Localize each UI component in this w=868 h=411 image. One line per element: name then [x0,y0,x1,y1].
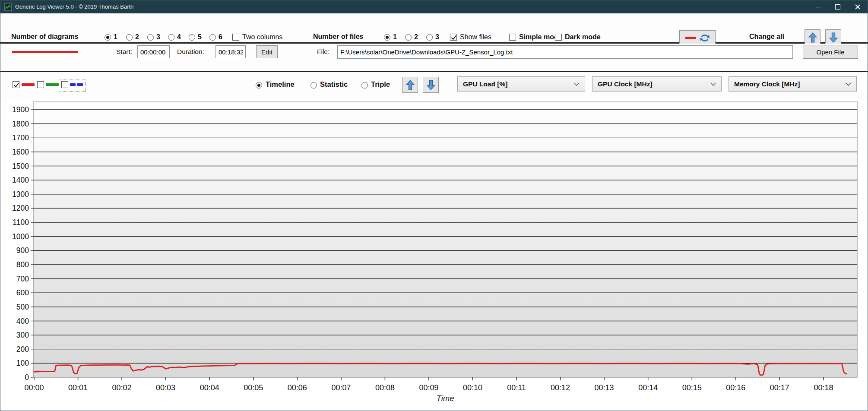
signal2-dropdown-value: GPU Clock [MHz] [598,80,653,88]
minimize-button[interactable] [808,0,828,13]
files-radio-1-label[interactable]: 1 [393,33,397,41]
edit-button-label: Edit [261,48,272,56]
x-tick-label: 00:11 [507,383,526,392]
minimize-icon [816,7,820,7]
y-tick-label: 300 [16,331,29,339]
y-tick-label: 1500 [12,162,29,171]
change-all-down-button[interactable] [825,29,841,45]
maximize-icon [835,4,840,9]
two-columns-label[interactable]: Two columns [242,33,282,41]
view-radio-triple-label[interactable]: Triple [371,80,390,89]
plot-background [33,102,857,377]
x-tick-label: 00:16 [726,383,745,392]
x-tick-label: 00:03 [156,383,175,392]
x-tick-label: 00:14 [638,383,658,392]
signal3-dropdown-value: Memory Clock [MHz] [734,80,800,88]
arrow-down-icon [426,80,436,90]
x-tick-label: 00:17 [770,383,789,392]
diagrams-radio-6-label[interactable]: 6 [219,33,222,41]
files-radio-3-label[interactable]: 3 [435,33,439,41]
diagram-move-down-button[interactable] [423,77,439,93]
files-radio-3[interactable] [426,34,433,41]
y-tick-label: 1700 [12,133,29,142]
x-tick-label: 00:00 [24,383,44,392]
y-tick-label: 900 [16,246,29,255]
dark-mode-checkbox[interactable] [555,34,562,41]
y-tick-label: 1800 [12,120,29,128]
x-tick-label: 00:10 [463,383,482,392]
view-radio-statistic-label[interactable]: Statistic [320,80,348,89]
diagram-move-up-button[interactable] [402,77,418,93]
diagrams-radio-1[interactable] [105,34,111,41]
files-radio-2[interactable] [405,34,412,41]
series3-color-line-dashed [70,83,83,86]
files-radio-2-label[interactable]: 2 [414,33,418,41]
check-icon [450,34,457,41]
dark-mode-label[interactable]: Dark mode [565,33,601,41]
diagrams-radio-2-label[interactable]: 2 [135,33,139,41]
y-tick-label: 400 [16,317,29,326]
diagrams-radio-6[interactable] [209,34,216,41]
chevron-down-icon [710,82,716,86]
file-path-input[interactable] [337,45,793,59]
close-icon [855,4,860,9]
window-title: Generic Log Viewer 5.0 - © 2019 Thomas B… [15,0,133,13]
diagrams-radio-5[interactable] [189,34,195,41]
series-toolbar: ↓ 14 570 1250 Ø 88,56 1821 1725 ↑ 98 Tim… [0,72,868,99]
diagrams-radio-2[interactable] [126,34,133,41]
maximize-button[interactable] [828,0,848,13]
check-icon [13,82,20,89]
diagrams-radio-3[interactable] [147,34,154,41]
y-tick-label: 500 [16,303,29,311]
series1-color-line [22,83,35,86]
files-radio-1[interactable] [384,34,390,41]
close-button[interactable] [848,0,868,13]
y-tick-label: 1000 [12,232,29,241]
y-tick-label: 1300 [12,190,29,199]
x-tick-label: 00:09 [419,383,438,392]
diagrams-radio-4[interactable] [168,34,174,41]
show-files-label[interactable]: Show files [460,33,491,41]
series1-checkbox[interactable] [13,81,19,88]
diagrams-radio-3-label[interactable]: 3 [156,33,160,41]
diagrams-radio-4-label[interactable]: 4 [177,33,181,41]
signal2-dropdown[interactable]: GPU Clock [MHz] [592,76,722,92]
signal3-dropdown[interactable]: Memory Clock [MHz] [729,76,857,92]
series3-checkbox[interactable] [61,81,68,88]
view-radio-timeline-label[interactable]: Timeline [266,80,295,89]
diagrams-label: Number of diagrams [11,33,79,41]
x-tick-label: 00:06 [288,383,307,392]
start-input[interactable] [137,45,170,58]
y-tick-label: 1200 [12,204,29,212]
titlebar: Generic Log Viewer 5.0 - © 2019 Thomas B… [0,0,868,13]
change-all-up-button[interactable] [805,29,820,45]
series2-checkbox[interactable] [37,81,44,88]
chevron-down-icon [846,82,851,86]
timeline-chart[interactable]: 0100200300400500600700800900100011001200… [0,99,868,411]
diagrams-radio-1-label[interactable]: 1 [114,33,117,41]
y-tick-label: 1900 [12,105,29,114]
file-toolbar: Start: Duration: Edit File: Open File [0,44,868,72]
file-legend-line [12,51,78,53]
reset-line-style-button[interactable] [679,30,716,45]
view-radio-statistic[interactable] [310,82,317,89]
diagrams-radio-5-label[interactable]: 5 [198,33,202,41]
view-radio-timeline[interactable] [256,82,262,89]
simple-mode-checkbox[interactable] [509,34,516,41]
y-tick-label: 1400 [12,176,29,184]
open-file-button[interactable]: Open File [803,45,858,59]
duration-input[interactable] [215,45,246,58]
two-columns-checkbox[interactable] [232,34,239,41]
change-all-label: Change all [749,33,784,41]
show-files-checkbox[interactable] [450,34,457,41]
view-radio-triple[interactable] [361,82,368,89]
x-tick-label: 00:02 [112,383,132,392]
edit-button[interactable]: Edit [256,45,278,58]
options-toolbar: Number of diagrams 1 2 3 4 5 6 Two colum… [0,13,868,44]
series2-color-line [46,83,59,86]
app-icon [4,3,12,11]
y-tick-label: 600 [16,288,29,297]
y-tick-label: 0 [25,373,29,382]
signal1-dropdown[interactable]: GPU Load [%] [457,76,585,92]
y-tick-label: 1100 [13,218,29,227]
